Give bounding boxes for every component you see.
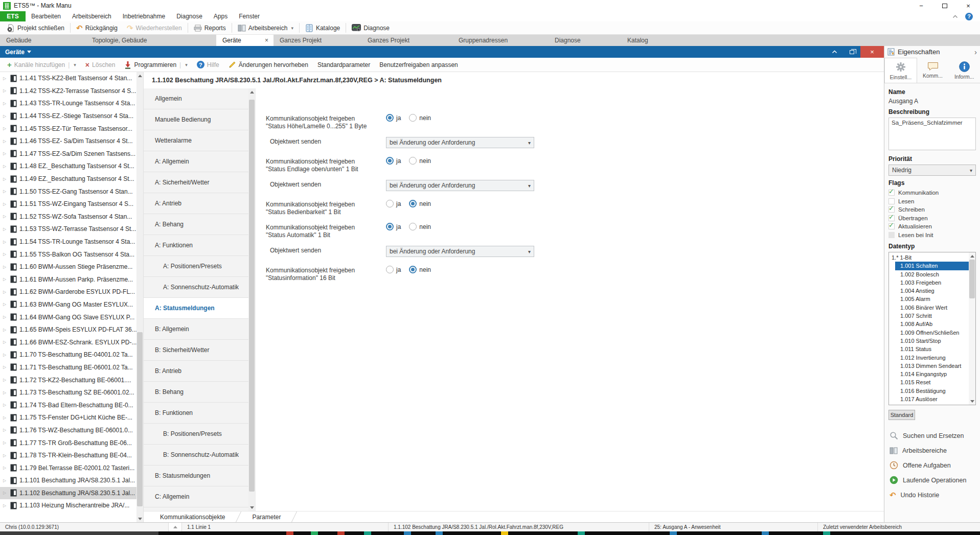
panel-close-icon[interactable]: × <box>860 46 884 58</box>
priority-dropdown[interactable]: Niedrig ▾ <box>888 165 976 176</box>
änderungen-hervorheben-button[interactable]: Änderungen hervorheben <box>224 61 312 68</box>
datatype-option-1-015-reset[interactable]: 1.015 Reset <box>895 378 969 386</box>
datatype-option-1-008-auf-ab[interactable]: 1.008 Auf/Ab <box>895 320 969 328</box>
diagnose-button[interactable]: Diagnose <box>347 21 394 34</box>
section-b-sonnenschutz-automatik[interactable]: B: Sonnenschutz-Automatik <box>144 445 248 466</box>
workspace-tab-ganzes-projekt[interactable]: Ganzes Projekt <box>274 35 361 46</box>
device-tree-scrollbar[interactable] <box>136 72 143 522</box>
workspace-tab-geräte[interactable]: Geräte× <box>216 35 274 46</box>
description-field[interactable]: Sa_Präsens_Schlafzimmer <box>888 118 976 150</box>
radio-option-nein[interactable]: nein <box>409 223 431 230</box>
radio-selected-icon[interactable] <box>409 200 417 207</box>
section-a-behang[interactable]: A: Behang <box>144 214 248 235</box>
expander-icon[interactable]: ▷ <box>3 390 8 395</box>
standardparameter-button[interactable]: Standardparameter <box>313 61 374 68</box>
expander-icon[interactable]: ▷ <box>3 353 8 357</box>
section-b-funktionen[interactable]: B: Funktionen <box>144 403 248 424</box>
expander-icon[interactable]: ▷ <box>3 126 8 131</box>
workspace-tab-diagnose[interactable]: Diagnose <box>549 35 621 46</box>
radio-icon[interactable] <box>386 266 394 273</box>
radio-option-ja[interactable]: ja <box>386 266 401 273</box>
panel-restore-icon[interactable] <box>843 46 860 58</box>
chevron-right-icon[interactable]: › <box>974 48 977 56</box>
arbeitsbereiche-link[interactable]: Arbeitsbereiche <box>888 443 976 458</box>
device-tree-item[interactable]: ▷1.1.55 TSS-Balkon OG Tastsensor 4 Sta..… <box>0 248 136 261</box>
device-tree-item[interactable]: ▷1.1.74 TS-Bad Eltern-Beschattung BE-0..… <box>0 399 136 411</box>
menu-item-bearbeiten[interactable]: Bearbeiten <box>26 11 66 21</box>
expander-icon[interactable]: ▷ <box>3 214 8 219</box>
device-tree-item[interactable]: ▷1.1.103 Heizung Mischerantreibe JRA/... <box>0 499 136 512</box>
section-c-allgemein[interactable]: C: Allgemein <box>144 486 248 507</box>
device-tree-item[interactable]: ▷1.1.101 Beschattung JRA/S8.230.5.1 Jal.… <box>0 474 136 487</box>
device-tree-item[interactable]: ▷1.1.63 BWM-Gang OG Master ESYLUX... <box>0 298 136 311</box>
programmieren-button[interactable]: Programmieren|▾ <box>120 61 191 69</box>
device-tree-item[interactable]: ▷1.1.60 BWM-Aussen Stiege Präsenzme... <box>0 261 136 273</box>
device-tree-item[interactable]: ▷1.1.62 BWM-Garderobe ESYLUX PD-FL... <box>0 286 136 298</box>
device-tree-item[interactable]: ▷1.1.75 TS-Fenster DG+Licht Küche BE-... <box>0 411 136 424</box>
expander-icon[interactable]: ▷ <box>3 88 8 93</box>
expander-icon[interactable]: ▷ <box>3 277 8 282</box>
section-a-statusmeldungen[interactable]: A: Statusmeldungen <box>144 298 248 319</box>
expander-icon[interactable]: ▷ <box>3 227 8 231</box>
datatype-option-1-018-belegung[interactable]: 1.018 Belegung <box>895 403 969 405</box>
scroll-down-icon[interactable] <box>248 504 255 511</box>
device-tree-item[interactable]: ▷1.1.50 TSS-EZ-Gang Tastsensor 4 Stan... <box>0 185 136 198</box>
checkbox-checked-icon[interactable]: ✓ <box>888 206 895 213</box>
device-tree-item[interactable]: ▷1.1.45 TSS-EZ-Tür Terrasse Tastsensor..… <box>0 122 136 135</box>
menu-ets-button[interactable]: ETS <box>0 11 26 21</box>
radio-option-nein[interactable]: nein <box>409 114 431 122</box>
expander-icon[interactable]: ▷ <box>3 164 8 169</box>
expander-icon[interactable]: ▷ <box>3 415 8 420</box>
maximize-icon[interactable] <box>933 0 956 11</box>
datatype-option-1-007-schritt[interactable]: 1.007 Schritt <box>895 312 969 320</box>
sections-scrollbar[interactable] <box>248 88 255 511</box>
checkbox-icon[interactable] <box>888 198 895 204</box>
checkbox-checked-icon[interactable]: ✓ <box>888 223 895 229</box>
kataloge-button[interactable]: Kataloge <box>301 21 345 34</box>
hilfe-button[interactable]: ?Hilfe <box>193 61 223 68</box>
panel-collapse-icon[interactable] <box>826 46 843 58</box>
section-a-sonnenschutz-automatik[interactable]: A: Sonnenschutz-Automatik <box>144 277 248 298</box>
radio-option-ja[interactable]: ja <box>386 157 401 165</box>
view-tab-parameter[interactable]: Parameter <box>241 511 292 522</box>
datatype-option-1-016-bestätigung[interactable]: 1.016 Bestätigung <box>895 387 969 395</box>
device-tree-item[interactable]: ▷1.1.53 TSS-WZ-Terrasse Tastsensor 4 St.… <box>0 223 136 236</box>
device-tree-item[interactable]: ▷1.1.51 TSS-WZ-Eingang Tastsensor 4 S... <box>0 198 136 211</box>
expander-icon[interactable]: ▷ <box>3 240 8 244</box>
radio-icon[interactable] <box>409 223 417 230</box>
section-a-funktionen[interactable]: A: Funktionen <box>144 235 248 256</box>
expander-icon[interactable]: ▷ <box>3 101 8 106</box>
workspace-tab-gruppenadressen[interactable]: Gruppenadressen <box>452 35 549 46</box>
device-tree-item[interactable]: ▷1.1.61 BWM-Aussen Parkp. Präsenzme... <box>0 273 136 286</box>
radio-option-nein[interactable]: nein <box>409 157 431 165</box>
device-tree-item[interactable]: ▷1.1.79 Bel.Terrasse BE-02001.02 Tasteri… <box>0 461 136 474</box>
radio-icon[interactable] <box>409 157 417 165</box>
chevron-down-icon[interactable]: ▾ <box>291 26 293 31</box>
expander-icon[interactable]: ▷ <box>3 76 8 81</box>
radio-option-nein[interactable]: nein <box>409 266 431 273</box>
devices-window-title[interactable]: Geräte <box>0 49 31 56</box>
minimize-icon[interactable]: − <box>909 0 933 11</box>
section-b-antrieb[interactable]: B: Antrieb <box>144 361 248 382</box>
expander-icon[interactable]: ▷ <box>3 315 8 319</box>
device-tree-item[interactable]: ▷1.1.41 TSS-KZ2-Bett Tastsensor 4 Stan..… <box>0 72 136 85</box>
workspace-tab-topologie-gebäude[interactable]: Topologie, Gebäude <box>86 35 216 46</box>
datatype-option-1-003-freigeben[interactable]: 1.003 Freigeben <box>895 278 969 287</box>
expander-icon[interactable]: ▷ <box>3 189 8 194</box>
arbeitsbereich-button[interactable]: Arbeitsbereich▾ <box>233 21 298 34</box>
objektwert-dropdown[interactable]: bei Änderung oder Anforderung▾ <box>386 137 534 148</box>
scroll-down-icon[interactable] <box>969 398 975 405</box>
rückgängig-button[interactable]: ↶Rückgängig <box>72 21 122 34</box>
scroll-up-icon[interactable] <box>248 88 255 96</box>
properties-tab-komm[interactable]: Komm... <box>917 58 949 83</box>
checkbox-checked-icon[interactable]: ✓ <box>888 215 895 221</box>
help-icon[interactable]: ? <box>965 13 973 20</box>
löschen-button[interactable]: ×Löschen <box>81 61 120 69</box>
datatype-option-1-014-eingangstyp[interactable]: 1.014 Eingangstyp <box>895 370 969 378</box>
expander-icon[interactable]: ▷ <box>3 466 8 470</box>
standard-button[interactable]: Standard <box>888 410 915 420</box>
menu-item-apps[interactable]: Apps <box>208 11 233 21</box>
expander-icon[interactable]: ▷ <box>3 403 8 407</box>
expander-icon[interactable]: ▷ <box>3 365 8 369</box>
datatype-group[interactable]: 1.* 1-Bit <box>889 253 969 262</box>
